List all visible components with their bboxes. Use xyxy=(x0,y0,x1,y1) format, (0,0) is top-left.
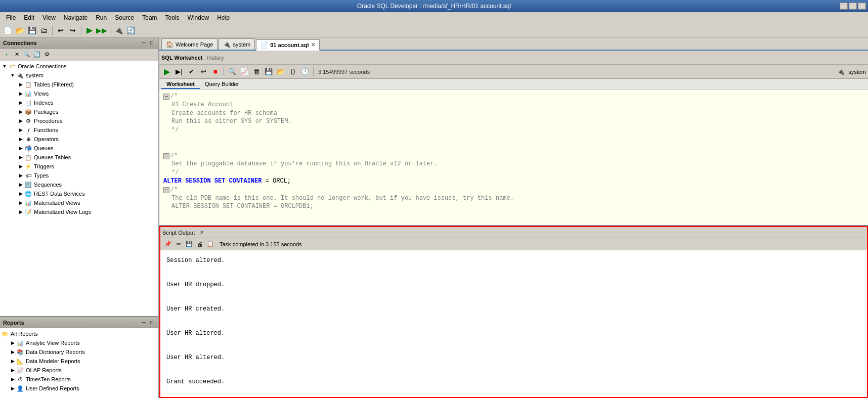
menu-help[interactable]: Help xyxy=(213,13,234,22)
tree-tables[interactable]: ▶ 📋 Tables (Filtered) xyxy=(0,80,158,89)
minimize-reports-icon[interactable]: ─ xyxy=(140,319,147,326)
rest-expand[interactable]: ▶ xyxy=(17,190,24,197)
connections-button[interactable]: 🔌 xyxy=(113,25,124,36)
analytic-view-reports[interactable]: ▶ 📊 Analytic View Reports xyxy=(0,338,158,347)
tree-packages[interactable]: ▶ 📦 Packages xyxy=(0,107,158,116)
system-expand[interactable]: ▼ xyxy=(9,72,16,79)
save-button[interactable]: 💾 xyxy=(26,25,37,36)
triggers-expand[interactable]: ▶ xyxy=(17,163,24,170)
redo-button[interactable]: ↪ xyxy=(67,25,78,36)
tree-types[interactable]: ▶ 🏷 Types xyxy=(0,171,158,180)
tab-sql-file[interactable]: 📄 01 account.sql ✕ xyxy=(256,39,319,51)
tree-mat-view-logs[interactable]: ▶ 📝 Materialized View Logs xyxy=(0,207,158,216)
refresh-button[interactable]: 🔄 xyxy=(125,25,136,36)
menu-run[interactable]: Run xyxy=(92,13,111,22)
timesten-expand[interactable]: ▶ xyxy=(9,376,16,383)
menu-team[interactable]: Team xyxy=(138,13,161,22)
tab-query-builder[interactable]: Query Builder xyxy=(200,80,244,89)
output-pin-button[interactable]: 📌 xyxy=(163,240,172,249)
tree-operators[interactable]: ▶ ⊕ Operators xyxy=(0,135,158,144)
maximize-panel-icon[interactable]: □ xyxy=(148,39,155,47)
filter-button[interactable]: 🔍 xyxy=(22,50,31,59)
history-label[interactable]: History xyxy=(207,55,224,61)
system-connection[interactable]: ▼ 🔌 system xyxy=(0,71,158,80)
timesten-reports[interactable]: ▶ ⏱ TimesTen Reports xyxy=(0,375,158,384)
output-print-button[interactable]: 🖨 xyxy=(195,240,204,249)
open-sql-button[interactable]: 📂 xyxy=(275,66,286,77)
menu-tools[interactable]: Tools xyxy=(161,13,184,22)
tab-system[interactable]: 🔌 system xyxy=(219,38,255,50)
packages-expand[interactable]: ▶ xyxy=(17,108,24,115)
tree-sequences[interactable]: ▶ 🔢 Sequences xyxy=(0,180,158,189)
tree-views[interactable]: ▶ 📊 Views xyxy=(0,89,158,98)
analytic-expand[interactable]: ▶ xyxy=(9,339,16,346)
sequences-expand[interactable]: ▶ xyxy=(17,181,24,188)
tree-triggers[interactable]: ▶ ⚡ Triggers xyxy=(0,162,158,171)
explain-button[interactable]: 🔍 xyxy=(227,66,238,77)
data-modeler-expand[interactable]: ▶ xyxy=(9,358,16,365)
menu-edit[interactable]: Edit xyxy=(20,13,38,22)
operators-expand[interactable]: ▶ xyxy=(17,136,24,143)
minimize-button[interactable]: ─ xyxy=(840,3,848,10)
output-edit-button[interactable]: ✏ xyxy=(174,240,183,249)
sql-editor[interactable]: ─/* 01 Create Account Create accounts fo… xyxy=(159,90,868,226)
tree-queues-tables[interactable]: ▶ 📋 Queues Tables xyxy=(0,153,158,162)
tree-rest-data[interactable]: ▶ 🌐 REST Data Services xyxy=(0,189,158,198)
clear-output-button[interactable]: 🗑 xyxy=(251,66,262,77)
minimize-panel-icon[interactable]: ─ xyxy=(140,39,147,47)
procedures-expand[interactable]: ▶ xyxy=(17,117,24,124)
tree-queues[interactable]: ▶ 📬 Queues xyxy=(0,144,158,153)
indexes-expand[interactable]: ▶ xyxy=(17,99,24,106)
cancel-button[interactable]: ■ xyxy=(210,66,221,77)
fold-icon-1[interactable]: ─ xyxy=(163,94,169,100)
queues-tables-expand[interactable]: ▶ xyxy=(17,154,24,161)
menu-file[interactable]: File xyxy=(2,13,20,22)
save-all-button[interactable]: 🗂 xyxy=(38,25,50,36)
user-defined-reports[interactable]: ▶ 👤 User Defined Reports xyxy=(0,384,158,393)
mat-view-logs-expand[interactable]: ▶ xyxy=(17,208,24,215)
tree-procedures[interactable]: ▶ ⚙ Procedures xyxy=(0,116,158,125)
oracle-connections-expand[interactable]: ▼ xyxy=(1,63,8,70)
maximize-reports-icon[interactable]: □ xyxy=(148,319,155,326)
menu-navigate[interactable]: Navigate xyxy=(60,13,92,22)
fold-icon-2[interactable]: ─ xyxy=(163,153,169,159)
commit-button[interactable]: ✔ xyxy=(186,66,197,77)
tree-functions[interactable]: ▶ 𝑓 Functions xyxy=(0,125,158,135)
output-copy-button[interactable]: 📋 xyxy=(206,240,215,249)
tree-materialized-views[interactable]: ▶ 📊 Materialized Views xyxy=(0,198,158,207)
debug-button[interactable]: ▶▶ xyxy=(96,25,107,36)
run-script-button[interactable]: ▶| xyxy=(173,66,185,77)
run-button[interactable]: ▶ xyxy=(84,25,95,36)
format-button[interactable]: ⟨⟩ xyxy=(287,66,298,77)
data-dict-expand[interactable]: ▶ xyxy=(9,348,16,356)
tree-indexes[interactable]: ▶ 📑 Indexes xyxy=(0,98,158,107)
open-file-button[interactable]: 📂 xyxy=(14,25,25,36)
fold-icon-3[interactable]: ─ xyxy=(163,187,169,193)
tab-worksheet[interactable]: Worksheet xyxy=(161,80,200,89)
save-sql-button[interactable]: 💾 xyxy=(263,66,274,77)
undo-button[interactable]: ↩ xyxy=(55,25,66,36)
history-button[interactable]: 🕐 xyxy=(299,66,311,77)
refresh-connections-button[interactable]: 🔄 xyxy=(32,50,41,59)
types-expand[interactable]: ▶ xyxy=(17,172,24,179)
mat-views-expand[interactable]: ▶ xyxy=(17,199,24,206)
tables-expand[interactable]: ▶ xyxy=(17,81,24,88)
maximize-button[interactable]: □ xyxy=(849,3,857,10)
menu-window[interactable]: Window xyxy=(184,13,213,22)
functions-expand[interactable]: ▶ xyxy=(17,126,24,134)
all-reports[interactable]: 📁 All Reports xyxy=(0,329,158,338)
script-output-close[interactable]: ✕ xyxy=(200,230,204,235)
run-statement-button[interactable]: ▶ xyxy=(161,66,172,77)
data-modeler-reports[interactable]: ▶ 📐 Data Modeler Reports xyxy=(0,357,158,366)
menu-source[interactable]: Source xyxy=(111,13,138,22)
views-expand[interactable]: ▶ xyxy=(17,90,24,97)
menu-view[interactable]: View xyxy=(38,13,60,22)
properties-button[interactable]: ⚙ xyxy=(42,50,52,59)
data-dict-reports[interactable]: ▶ 📚 Data Dictionary Reports xyxy=(0,347,158,357)
output-save-button[interactable]: 💾 xyxy=(185,240,194,249)
new-file-button[interactable]: 📄 xyxy=(2,25,13,36)
sql-tab-close[interactable]: ✕ xyxy=(311,42,315,48)
close-button[interactable]: ✕ xyxy=(858,3,866,10)
queues-expand[interactable]: ▶ xyxy=(17,145,24,152)
user-def-expand[interactable]: ▶ xyxy=(9,385,16,392)
